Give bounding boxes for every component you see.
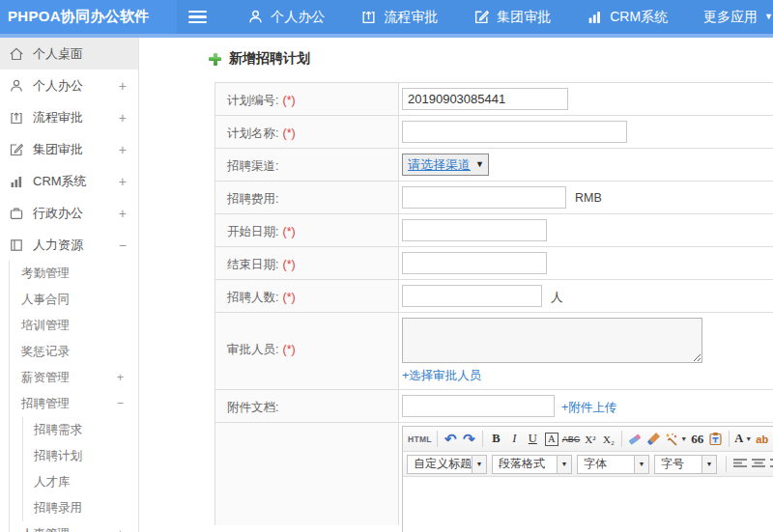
source-code-button[interactable]: HTML	[407, 430, 433, 448]
auto-typeset-wand-icon[interactable]: ▼	[663, 430, 688, 448]
channel-select[interactable]: 请选择渠道 ▼	[402, 154, 489, 176]
expand-toggle[interactable]: +	[119, 110, 127, 126]
recruit-plan-form: 计划编号:(*) 计划名称:(*) 招聘渠道: 请选择渠道 ▼ 招聘费用: RM…	[215, 82, 773, 525]
topnav-item-more-apps[interactable]: 更多应用 ▼	[703, 9, 773, 26]
sidebar-item-personnel-mgmt[interactable]: 人事管理+	[10, 521, 138, 532]
background-color-button[interactable]: ab	[753, 430, 771, 448]
bold-button[interactable]: B	[487, 430, 505, 448]
field-label: 招聘费用:	[227, 192, 278, 206]
sidebar: 个人桌面 个人办公 + 流程审批 + 集团审批 + CRM系统 + 行政办公 +	[0, 38, 139, 532]
expand-toggle[interactable]: −	[117, 391, 124, 417]
underline-button[interactable]: U	[524, 430, 542, 448]
topnav-item-process-approval[interactable]: 流程审批	[360, 9, 438, 26]
blockquote-button[interactable]: 66	[688, 430, 706, 448]
expand-toggle[interactable]: +	[117, 365, 124, 391]
edit-square-icon	[473, 9, 490, 25]
attachment-input[interactable]	[402, 395, 555, 417]
sidebar-item-talent-pool[interactable]: 人才库	[23, 469, 138, 495]
strikethrough-button[interactable]: ABC	[561, 430, 582, 448]
expand-toggle[interactable]: +	[119, 174, 127, 189]
end-date-input[interactable]	[402, 252, 547, 274]
expand-toggle[interactable]: +	[119, 142, 127, 157]
expand-toggle[interactable]: +	[119, 78, 127, 94]
sidebar-item-desktop[interactable]: 个人桌面	[0, 38, 138, 70]
caret-down-icon: ▼	[680, 435, 687, 442]
sidebar-item-process-approval[interactable]: 流程审批 +	[0, 101, 138, 133]
book-icon	[9, 238, 24, 253]
caret-down-icon: ▼	[557, 456, 571, 473]
caret-down-icon: ▼	[634, 456, 648, 473]
field-label: 计划编号:	[227, 94, 278, 107]
process-approval-icon	[9, 110, 24, 126]
sidebar-item-admin-office[interactable]: 行政办公 +	[0, 197, 138, 229]
approver-textarea[interactable]	[402, 318, 702, 363]
align-center-icon[interactable]	[749, 455, 767, 473]
redo-button[interactable]: ↷	[460, 430, 478, 448]
font-size-select[interactable]: 字号▼	[654, 455, 717, 474]
hamburger-menu-icon[interactable]	[188, 11, 207, 24]
user-icon	[247, 9, 264, 25]
field-label: 附件文档:	[227, 401, 278, 414]
font-border-button[interactable]: A	[545, 433, 558, 446]
sidebar-item-salary[interactable]: 薪资管理+	[10, 365, 138, 391]
topnav-item-crm[interactable]: CRM系统	[587, 9, 668, 26]
attachment-upload-link[interactable]: +附件上传	[561, 400, 616, 416]
required-marker: (*)	[282, 94, 295, 107]
headcount-input[interactable]	[402, 285, 542, 307]
start-date-input[interactable]	[402, 219, 547, 241]
plan-number-input[interactable]	[402, 88, 568, 110]
user-icon	[9, 78, 24, 94]
sidebar-item-recruit-plan[interactable]: 招聘计划	[23, 443, 138, 469]
editor-content-area[interactable]	[403, 477, 773, 532]
field-label: 审批人员:	[227, 343, 278, 356]
headcount-unit-label: 人	[551, 290, 563, 306]
sidebar-item-recruit-hire[interactable]: 招聘录用	[23, 495, 138, 521]
italic-button[interactable]: I	[505, 430, 524, 448]
undo-button[interactable]: ↶	[442, 430, 460, 448]
choose-approver-link[interactable]: +选择审批人员	[402, 368, 481, 384]
sidebar-item-hr-contract[interactable]: 人事合同	[10, 287, 138, 313]
custom-title-select[interactable]: 自定义标题▼	[407, 455, 487, 474]
fee-input[interactable]	[402, 186, 566, 209]
sidebar-item-hr[interactable]: 人力资源 −	[0, 229, 138, 261]
align-left-icon[interactable]	[730, 455, 749, 473]
field-label: 招聘人数:	[227, 291, 278, 304]
home-icon	[9, 46, 24, 62]
form-row-plan-name: 计划名称:(*)	[215, 116, 773, 149]
sidebar-item-recruit-demand[interactable]: 招聘需求	[23, 417, 138, 443]
align-right-icon[interactable]	[767, 455, 773, 473]
bar-chart-icon	[9, 174, 24, 189]
paragraph-format-select[interactable]: 段落格式▼	[492, 455, 572, 474]
form-row-plan-number: 计划编号:(*)	[215, 83, 773, 116]
subscript-button[interactable]: X₂	[599, 430, 617, 448]
superscript-button[interactable]: X²	[581, 430, 599, 448]
topnav-item-personal-office[interactable]: 个人办公	[247, 9, 325, 26]
form-row-end-date: 结束日期:(*)	[215, 247, 773, 280]
topnav-item-group-approval[interactable]: 集团审批	[473, 9, 551, 26]
font-family-select[interactable]: 字体▼	[577, 455, 649, 474]
plan-name-input[interactable]	[402, 121, 627, 143]
process-approval-icon	[360, 9, 377, 25]
format-brush-icon[interactable]	[644, 430, 663, 448]
sidebar-item-training[interactable]: 培训管理	[10, 313, 138, 339]
sidebar-item-recruit-mgmt[interactable]: 招聘管理−	[10, 391, 138, 417]
sidebar-item-group-approval[interactable]: 集团审批 +	[0, 133, 138, 165]
edit-square-icon	[9, 142, 24, 157]
expand-toggle[interactable]: +	[119, 206, 127, 221]
sidebar-item-personal-office[interactable]: 个人办公 +	[0, 70, 138, 101]
expand-toggle[interactable]: +	[117, 521, 124, 532]
sidebar-item-crm[interactable]: CRM系统 +	[0, 165, 138, 197]
top-bar: PHPOA协同办公软件 个人办公 流程审批 集团审批 CRM系统 更多应用 ▼	[0, 0, 773, 34]
editor-toolbar-row2: 自定义标题▼ 段落格式▼ 字体▼ 字号▼	[403, 452, 773, 477]
remove-format-eraser-icon[interactable]	[626, 430, 644, 448]
expand-toggle[interactable]: −	[119, 238, 127, 253]
sidebar-item-rewards[interactable]: 奖惩记录	[10, 339, 138, 365]
caret-down-icon: ▼	[764, 13, 773, 21]
form-row-channel: 招聘渠道: 请选择渠道 ▼	[215, 149, 773, 182]
app-logo: PHPOA协同办公软件	[0, 0, 177, 34]
font-color-button[interactable]: A▼	[733, 430, 753, 448]
paste-text-icon[interactable]	[706, 430, 725, 448]
sidebar-item-attendance[interactable]: 考勤管理	[10, 261, 138, 287]
main-content: 新增招聘计划 计划编号:(*) 计划名称:(*) 招聘渠道: 请选择渠道 ▼	[139, 38, 773, 532]
form-row-fee: 招聘费用: RMB	[215, 182, 773, 214]
